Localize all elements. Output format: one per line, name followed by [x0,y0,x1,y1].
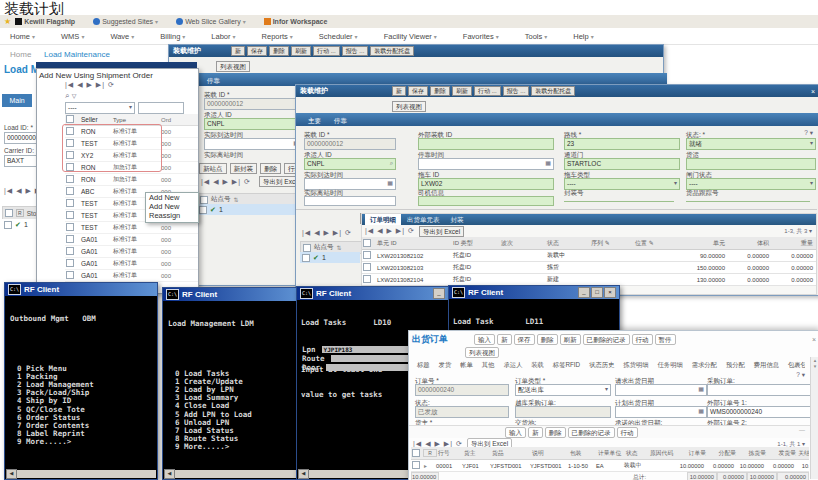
popup-row[interactable]: GA01 标准订单 000 [65,270,198,282]
popup-row[interactable]: GA01 标准订单 000 [65,246,198,258]
scroll-left-icon[interactable]: ◀ [298,469,309,479]
row-checkbox[interactable] [4,221,12,229]
order-type-select[interactable]: 配送出库▾ [515,384,611,396]
order-row[interactable]: ▸ 00001YJF01YJFSTD001YJFSTD0011-10-50EA装… [411,460,809,472]
popup-row[interactable]: RON 加急订单 000 [65,174,198,186]
toolbar-button[interactable]: 新 [231,46,245,56]
select-all-checkbox[interactable] [200,196,208,204]
order-tab[interactable]: 预分配 [724,360,747,370]
row-checkbox[interactable] [363,251,371,259]
minimize-icon[interactable]: _ [433,288,445,299]
context-menu-item[interactable]: Reassign [146,211,198,220]
order-grid-header[interactable]: R 行号货主货品说明包装计量单位状态原因代码 ✎订单量分配量拣货量发货量关结数量… [411,447,809,460]
window-titlebar[interactable]: 装载维护 新保存删除刷新行动 ...报告 ...装载分配托盘 × [296,85,818,97]
crossdock-po-input[interactable] [515,406,611,418]
units-pager[interactable]: |◀ ◀ ▶ ▶| ⟳ [365,227,415,235]
close-icon[interactable]: × [812,336,816,343]
units-tab[interactable]: 封装 [446,214,469,225]
toolbar-button[interactable]: 行动 ... [474,86,501,96]
order-toolbar-button[interactable]: 输入 [474,334,495,345]
detail-toolbar-button[interactable]: 已删除的记录 [568,427,615,438]
window-tab[interactable]: 主要 [302,115,327,126]
window-tab[interactable]: 停靠 [201,75,226,86]
units-grid-header[interactable]: 单元 IDID 类型波次状态序列 ✎位置 ✎单元体积重量温度 ✎ [362,237,816,250]
collapse-icon[interactable]: — [799,427,805,433]
list-view-button[interactable]: 列表视图 [216,61,250,72]
menu-item[interactable]: Scheduler▾ [319,32,358,41]
stops-toolbar-button[interactable]: 新封装 [230,163,258,174]
order-tab[interactable]: 标题 [415,360,432,370]
select-all-checkbox[interactable] [363,239,371,247]
help-menu[interactable]: ? ▾ [804,129,813,137]
window-titlebar[interactable]: 装载维护 新保存删除刷新行动 ...报告 ...装载分配托盘 [169,45,663,57]
toolbar-button[interactable]: 报告 ... [503,86,530,96]
toolbar-button[interactable]: 刷新 [291,46,311,56]
order-toolbar-button[interactable]: 刷新 [560,334,581,345]
row-checkbox[interactable] [66,175,74,183]
toolbar-button[interactable]: 报告 ... [342,46,369,56]
order-toolbar-button[interactable]: 暂停 [655,334,676,345]
unit-row[interactable]: LXW2013082102托盘ID装载中90.000000.000000.000… [362,250,816,262]
menu-item[interactable]: Labor▾ [211,32,235,41]
bookmark-suggested-sites[interactable]: Suggested Sites▾ [93,18,158,25]
row-checkbox[interactable] [66,223,74,231]
row-checkbox[interactable] [66,247,74,255]
stops-pager[interactable]: |◀ ◀ ▶ ▶| ⟳ [302,229,352,237]
toolbar-button[interactable]: 行动 ... [313,46,340,56]
toolbar-button[interactable]: 新 [392,86,406,96]
freight-input[interactable] [686,158,816,170]
purchase-order-input[interactable] [707,384,817,396]
load-id-input[interactable]: 0000000012 [304,138,396,150]
terminal-menu-item[interactable]: 9 More.....> [10,438,157,446]
detail-toolbar-button[interactable]: 行动 [617,427,638,438]
list-view-button[interactable]: 列表视图 [392,101,426,112]
seal-number-input[interactable] [564,201,674,202]
order-toolbar-button[interactable]: 保存 [514,334,535,345]
route-input[interactable]: 23 [564,138,680,150]
row-checkbox[interactable] [302,254,310,262]
list-view-button[interactable]: 列表视图 [465,347,499,358]
popup-row[interactable]: GA01 标准订单 000 [65,258,198,270]
stop-grid-row[interactable]: ✔1 [197,204,301,215]
order-tab[interactable]: 装载 [529,360,546,370]
stops-pager[interactable]: |◀ ◀ ▶ ▶| ⟳ [201,178,251,186]
calendar-icon[interactable]: ▦ [545,159,551,168]
row-checkbox[interactable] [66,151,74,159]
item-tracking-input[interactable] [686,201,810,202]
breadcrumb-home[interactable]: Home [10,50,31,59]
popup-row[interactable]: TEST 标准订单 000 [65,222,198,234]
detail-toolbar-button[interactable]: 新 [528,427,543,438]
terminal-titlebar[interactable]: C:\ RF Client _ □ × [449,286,619,299]
popup-row[interactable]: RON 加急订单 000 [65,162,198,174]
export-excel-button[interactable]: 导出到 Excel [419,226,464,237]
context-menu-item[interactable]: Add New [146,193,198,202]
breadcrumb-current[interactable]: Load Maintenance [44,50,110,59]
popup-grid-header[interactable]: Seller Type Ord [65,114,198,126]
filter-icon[interactable]: ▽ [72,93,77,99]
row-checkbox[interactable] [66,211,74,219]
dock-time-input[interactable]: ▦ [418,158,554,170]
close-icon[interactable]: × [604,287,616,298]
menu-item[interactable]: WMS▾ [61,32,84,41]
toolbar-button[interactable]: 装载分配托盘 [370,46,414,56]
search-icon[interactable]: ⌕ [65,91,69,100]
calendar-icon[interactable]: ▦ [698,407,704,416]
toolbar-button[interactable]: 刷新 [452,86,472,96]
scroll-left-icon[interactable]: ◀ [164,469,175,479]
carrier-input[interactable]: CNPL⌕ [204,118,302,130]
help-menu[interactable]: ? ▾ [796,371,805,379]
sort-icon[interactable]: ⇅ [337,244,342,251]
door-input[interactable]: STARTLOC [564,158,680,170]
filter-select-2[interactable] [138,102,184,114]
stops-toolbar-button[interactable]: 删除 [260,163,281,174]
menu-item[interactable]: Tools▾ [525,32,548,41]
actual-departure-input[interactable] [304,196,396,206]
order-toolbar-button[interactable]: 新 [497,334,512,345]
order-toolbar-button[interactable]: 删除 [537,334,558,345]
order-tab[interactable]: 拣货明细 [621,360,650,370]
toolbar-button[interactable]: 保存 [408,86,428,96]
stop-grid-row[interactable]: ✔1 [300,252,360,263]
order-tab[interactable]: 帐单 [458,360,475,370]
toolbar-button[interactable]: 删除 [269,46,289,56]
load-id-input[interactable]: 0000000012 [204,98,302,110]
